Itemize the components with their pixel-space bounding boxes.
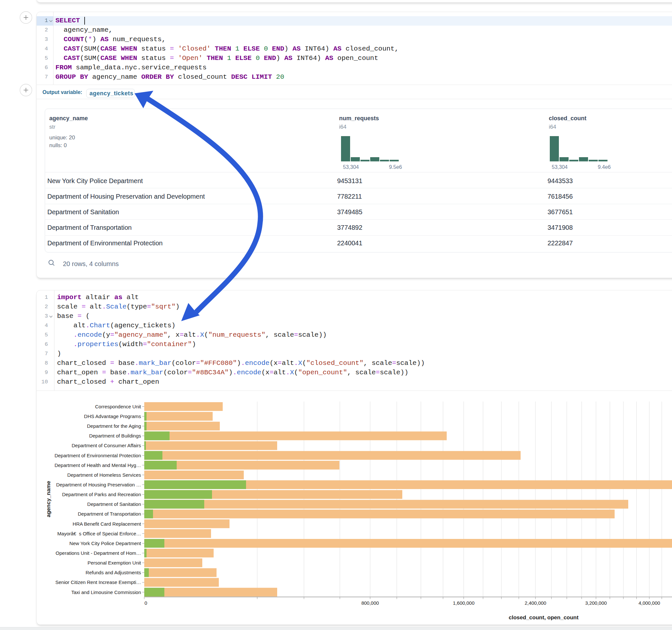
svg-text:Refunds and Adjustments: Refunds and Adjustments <box>86 570 141 575</box>
svg-text:Operations Unit - Department o: Operations Unit - Department of Hom… <box>56 550 141 556</box>
svg-text:1,600,000: 1,600,000 <box>453 600 475 606</box>
svg-text:Department of Parks and Recrea: Department of Parks and Recreation <box>62 492 141 497</box>
svg-text:Department of Buildings: Department of Buildings <box>89 433 141 438</box>
svg-text:0: 0 <box>145 600 147 606</box>
svg-text:HRA Benefit Card Replacement: HRA Benefit Card Replacement <box>73 521 141 527</box>
svg-text:Department of Transportation: Department of Transportation <box>78 511 141 516</box>
svg-text:Correspondence Unit: Correspondence Unit <box>95 404 141 409</box>
svg-text:3,200,000: 3,200,000 <box>585 600 607 606</box>
svg-text:Department for the Aging: Department for the Aging <box>87 423 141 429</box>
svg-text:agency_name: agency_name <box>45 481 51 517</box>
svg-text:Department of Housing Preserva: Department of Housing Preservation … <box>56 482 141 487</box>
svg-text:Department of Homeless Service: Department of Homeless Services <box>67 472 141 478</box>
svg-text:Personal Exemption Unit: Personal Exemption Unit <box>88 560 141 565</box>
svg-text:Department of Environmental Pr: Department of Environmental Protection <box>54 453 141 458</box>
svg-text:4,000,000: 4,000,000 <box>639 600 660 606</box>
svg-text:DHS Advantage Programs: DHS Advantage Programs <box>84 413 141 419</box>
svg-text:closed_count, open_count: closed_count, open_count <box>509 614 579 621</box>
svg-text:Taxi and Limousine Commission: Taxi and Limousine Commission <box>71 589 141 595</box>
svg-text:Department of Health and Menta: Department of Health and Mental Hyg… <box>54 462 141 468</box>
svg-text:800,000: 800,000 <box>361 600 379 606</box>
svg-text:Senior Citizen Rent Increase E: Senior Citizen Rent Increase Exempti… <box>55 579 141 585</box>
svg-text:Department of Sanitation: Department of Sanitation <box>87 501 141 507</box>
svg-text:Mayorâ€ s Office of Special E: Mayorâ€ s Office of Special Enforce… <box>57 531 141 536</box>
svg-text:New York City Police Departmen: New York City Police Department <box>69 540 141 546</box>
svg-text:Department of Consumer Affairs: Department of Consumer Affairs <box>72 443 141 448</box>
svg-text:2,400,000: 2,400,000 <box>525 600 546 606</box>
